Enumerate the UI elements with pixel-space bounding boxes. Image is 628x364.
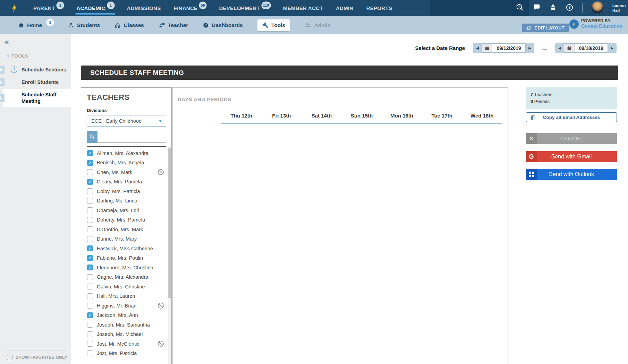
teacher-row[interactable]: ✓Cleary, Mrs. Pamela	[87, 177, 166, 187]
teacher-row[interactable]: Galvin, Mrs. Christine	[87, 282, 166, 292]
teacher-row[interactable]: Chen, Ms. Mark	[87, 167, 166, 177]
teacher-row[interactable]: Dunne, Mrs. Mary	[87, 234, 166, 244]
teacher-checkbox[interactable]: ✓	[87, 255, 93, 261]
info-icon[interactable]: i	[11, 67, 17, 73]
favorite-star-icon[interactable]: ★	[0, 94, 5, 102]
teacher-checkbox[interactable]	[87, 169, 93, 175]
incognito-user-icon[interactable]	[549, 3, 557, 12]
show-favorites-toggle[interactable]: SHOW FAVORITES ONLY	[0, 351, 71, 364]
send-gmail-button[interactable]: G Send with Gmail	[526, 151, 617, 162]
tab-classes[interactable]: Classes	[114, 22, 144, 28]
divisions-select[interactable]: ECE - Early Childhood ▼	[87, 115, 166, 127]
tab-dashboards[interactable]: Dashboards	[203, 22, 243, 28]
teacher-checkbox[interactable]	[87, 217, 93, 223]
start-date-prev-button[interactable]: ◀	[473, 46, 482, 50]
teacher-checkbox[interactable]: ✓	[87, 179, 93, 185]
teacher-checkbox[interactable]	[87, 341, 93, 347]
top-nav-item-reports[interactable]: REPORTS	[366, 0, 392, 16]
teacher-row[interactable]: Dhameja, Mrs. Lori	[87, 206, 166, 215]
teacher-checkbox[interactable]	[87, 284, 93, 289]
teacher-row[interactable]: ✓Allman, Mrs. Alexandra	[87, 148, 166, 158]
teacher-checkbox[interactable]	[87, 293, 93, 299]
start-date-next-button[interactable]: ▶	[526, 46, 534, 50]
teacher-name: Allman, Mrs. Alexandra	[97, 150, 148, 156]
teacher-search-input[interactable]	[97, 131, 166, 143]
help-icon[interactable]: ?	[566, 3, 574, 13]
teacher-checkbox[interactable]	[87, 303, 93, 309]
tab-home[interactable]: Home1	[18, 22, 53, 28]
tab-teacher[interactable]: Teacher	[159, 22, 188, 28]
sidebar-item-schedule-staff-meeting[interactable]: ★Schedule Staff Meeting	[3, 89, 71, 107]
scrollbar-thumb[interactable]	[168, 148, 171, 298]
teacher-row[interactable]: Colby, Mrs. Patricia	[87, 187, 166, 196]
teacher-row[interactable]: ✓Fabiano, Mrs. Poulin	[87, 253, 166, 263]
send-outlook-button[interactable]: Send with Outlook	[526, 169, 617, 180]
end-date-prev-button[interactable]: ◀	[555, 46, 564, 50]
calendar-icon[interactable]	[564, 44, 575, 52]
user-avatar[interactable]	[591, 2, 604, 14]
teacher-row[interactable]: D'Onofrio, Mrs. Mark	[87, 225, 166, 234]
sidebar-item-schedule-sections[interactable]: ★iSchedule Sections	[0, 64, 71, 76]
sidebar-section-tools[interactable]: ▾ TOOLS	[7, 53, 28, 59]
cancel-button[interactable]: ✕ CANCEL	[526, 133, 617, 144]
teacher-row[interactable]: ✓Eastwick, Miss Catherine	[87, 244, 166, 253]
teacher-checkbox[interactable]	[87, 207, 93, 213]
teacher-row[interactable]: ✓Benisch, Mrs. Angela	[87, 158, 166, 168]
favorite-star-icon[interactable]: ★	[0, 78, 5, 86]
teacher-row[interactable]: Joseph, Mrs. Samantha	[87, 320, 166, 330]
copy-emails-button[interactable]: Copy all Email Addresses	[526, 112, 617, 122]
teacher-checkbox[interactable]: ✓	[87, 312, 93, 318]
top-nav-item-member-acct[interactable]: MEMBER ACCT	[283, 0, 323, 16]
teacher-checkbox[interactable]	[87, 350, 93, 356]
teacher-row[interactable]: Darling, Ms. Linda	[87, 196, 166, 206]
teacher-checkbox[interactable]	[87, 274, 93, 280]
top-nav-item-academic[interactable]: ACADEMIC1	[76, 0, 114, 16]
top-nav-item-admin[interactable]: ADMIN	[336, 0, 354, 16]
teacher-checkbox[interactable]	[87, 236, 93, 242]
tab-label: Home	[27, 22, 42, 28]
teacher-name: Benisch, Mrs. Angela	[97, 160, 144, 165]
teacher-checkbox[interactable]	[87, 188, 93, 194]
teacher-checkbox[interactable]: ✓	[87, 265, 93, 270]
teacher-row[interactable]: Jost, Mrs. Patricia	[87, 349, 166, 358]
teacher-checkbox[interactable]	[87, 198, 93, 204]
teacher-checkbox[interactable]	[87, 322, 93, 328]
edit-layout-button[interactable]: EDIT LAYOUT	[522, 24, 569, 32]
end-date-next-button[interactable]: ▶	[608, 46, 616, 50]
global-search-bar[interactable]	[430, 0, 529, 16]
app-logo-bolt-icon[interactable]	[11, 3, 18, 13]
sidebar-collapse-icon[interactable]: «	[5, 37, 9, 47]
end-date-value[interactable]: 09/18/2019	[575, 45, 608, 51]
day-column-header: Sun 15th	[342, 113, 382, 119]
teacher-row[interactable]: Jost, Mr. McClentic	[87, 339, 166, 349]
top-nav-item-admissions[interactable]: ADMISSIONS	[127, 0, 161, 16]
teacher-row[interactable]: ✓Jackson, Mrs. Ann	[87, 311, 166, 320]
teacher-search-button[interactable]	[87, 131, 97, 143]
calendar-icon[interactable]	[482, 44, 492, 52]
teacher-checkbox[interactable]: ✓	[87, 245, 93, 251]
tab-tools[interactable]: Tools	[257, 19, 290, 31]
teacher-row[interactable]: Higgins, Mr. Brian	[87, 301, 166, 311]
main-content: Select a Date Range ◀ 09/12/2019 ▶ → ◀ 0…	[71, 34, 628, 364]
favorites-checkbox[interactable]	[7, 355, 12, 360]
start-date-value[interactable]: 09/12/2019	[492, 45, 525, 51]
messages-icon[interactable]	[533, 3, 541, 12]
top-nav-item-finance[interactable]: FINANCE56	[174, 0, 206, 16]
top-nav-item-parent[interactable]: PARENT1	[33, 0, 63, 16]
search-bolt-icon[interactable]	[516, 3, 524, 13]
teacher-row[interactable]: Gagne, Mrs. Alexandra	[87, 272, 166, 282]
tab-students[interactable]: Students	[68, 22, 100, 28]
sidebar-item-enroll-students[interactable]: ★Enroll Students	[0, 77, 71, 88]
teacher-row[interactable]: Joseph, Ms. Michael	[87, 330, 166, 339]
teacher-row[interactable]: ✓Fleurinord, Mrs. Christina	[87, 263, 166, 272]
favorite-star-icon[interactable]: ★	[0, 66, 5, 74]
page-title: SCHEDULE STAFF MEETING	[81, 66, 618, 80]
teacher-row[interactable]: Doherty, Mrs. Pamela	[87, 215, 166, 225]
teacher-checkbox[interactable]: ✓	[87, 160, 93, 166]
teacher-row[interactable]: Hall, Mrs. Lauren	[87, 292, 166, 301]
teachers-scrollbar[interactable]	[168, 146, 171, 364]
teacher-checkbox[interactable]	[87, 226, 93, 232]
top-nav-item-development[interactable]: DEVELOPMENT119	[219, 0, 270, 16]
teacher-checkbox[interactable]: ✓	[87, 150, 93, 156]
teacher-checkbox[interactable]	[87, 331, 93, 337]
